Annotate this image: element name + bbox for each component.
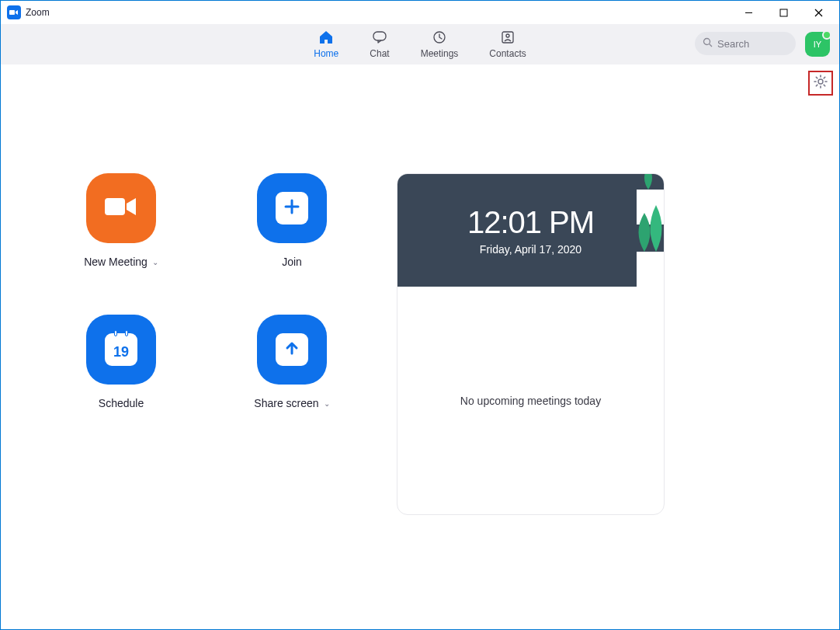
video-icon xyxy=(103,195,139,221)
svg-point-11 xyxy=(818,79,823,84)
close-button[interactable] xyxy=(801,2,836,23)
plus-icon xyxy=(283,198,300,218)
tab-chat-label: Chat xyxy=(370,48,389,59)
svg-line-10 xyxy=(710,44,713,47)
search-input[interactable]: Search xyxy=(695,32,796,55)
search-icon xyxy=(703,37,713,50)
home-icon xyxy=(318,30,334,47)
avatar[interactable]: IY xyxy=(805,32,830,57)
svg-rect-2 xyxy=(780,9,787,16)
clock-date: Friday, April 17, 2020 xyxy=(480,243,581,256)
svg-rect-5 xyxy=(373,32,386,40)
action-grid: New Meeting ⌄ Join xyxy=(63,173,350,567)
contacts-icon xyxy=(500,30,515,47)
tab-home[interactable]: Home xyxy=(314,30,338,59)
zoom-app-icon xyxy=(7,5,21,19)
chat-icon xyxy=(372,30,387,47)
tab-meetings[interactable]: Meetings xyxy=(421,30,459,59)
minimize-button[interactable] xyxy=(731,2,766,23)
schedule-button[interactable]: 19 Schedule xyxy=(63,315,179,409)
calendar-panel: 12:01 PM Friday, April 17, 2020 No upcom… xyxy=(397,173,665,515)
clock-time: 12:01 PM xyxy=(467,205,594,240)
svg-rect-12 xyxy=(105,198,125,215)
upload-arrow-icon xyxy=(283,339,300,360)
chevron-down-icon: ⌄ xyxy=(152,258,158,266)
no-meetings-text: No upcoming meetings today xyxy=(460,395,601,407)
top-nav: Home Chat Meetings Contacts Search IY xyxy=(1,24,839,64)
window-title: Zoom xyxy=(26,7,50,18)
tab-meetings-label: Meetings xyxy=(421,48,459,59)
svg-rect-15 xyxy=(637,252,664,287)
chevron-down-icon: ⌄ xyxy=(324,399,330,408)
avatar-initials: IY xyxy=(814,40,821,49)
tab-chat[interactable]: Chat xyxy=(370,30,389,59)
schedule-day: 19 xyxy=(113,344,129,360)
share-screen-label: Share screen xyxy=(254,397,318,409)
maximize-button[interactable] xyxy=(766,2,801,23)
calendar-hero: 12:01 PM Friday, April 17, 2020 xyxy=(397,174,664,287)
svg-rect-0 xyxy=(9,10,15,15)
settings-button[interactable] xyxy=(808,71,833,96)
plant-decoration-icon xyxy=(602,174,664,287)
gear-icon xyxy=(814,75,828,92)
join-button[interactable]: Join xyxy=(234,173,350,268)
share-screen-button[interactable]: Share screen ⌄ xyxy=(234,315,350,409)
svg-point-9 xyxy=(704,39,710,45)
calendar-empty-state: No upcoming meetings today xyxy=(397,287,664,514)
tab-contacts[interactable]: Contacts xyxy=(489,30,526,59)
tab-home-label: Home xyxy=(314,48,338,59)
new-meeting-label: New Meeting xyxy=(84,256,148,268)
content-area: New Meeting ⌄ Join xyxy=(1,64,839,629)
titlebar: Zoom xyxy=(1,1,839,24)
svg-point-8 xyxy=(506,34,509,37)
new-meeting-button[interactable]: New Meeting ⌄ xyxy=(63,173,179,268)
calendar-icon xyxy=(105,330,137,336)
meetings-icon xyxy=(432,30,447,47)
tab-contacts-label: Contacts xyxy=(489,48,526,59)
join-label: Join xyxy=(282,256,302,268)
search-placeholder: Search xyxy=(717,38,749,50)
schedule-label: Schedule xyxy=(99,397,144,409)
